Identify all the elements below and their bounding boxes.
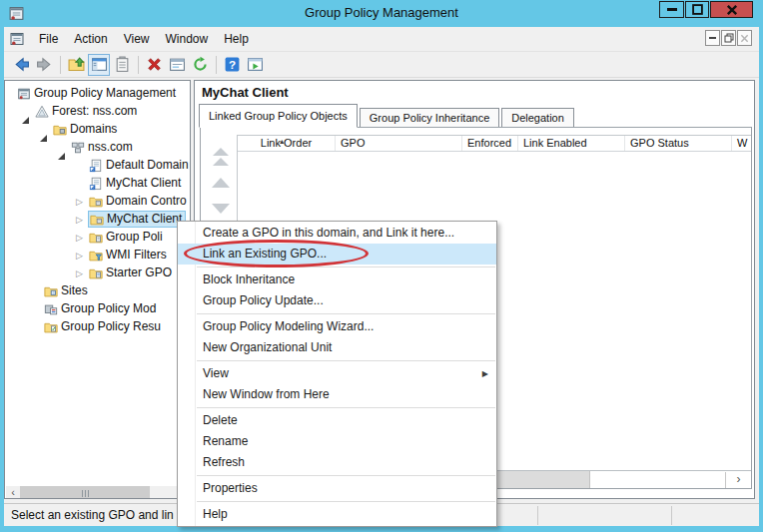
menu-item-help[interactable]: Help [178, 504, 496, 525]
collapsed-arrow-icon[interactable]: ▷ [76, 197, 86, 207]
column-header-gpo[interactable]: GPO [336, 136, 462, 151]
status-divider [537, 506, 538, 525]
up-one-level-icon[interactable] [65, 54, 87, 76]
tree-item-default-domain-policy[interactable]: Default Domain [5, 157, 190, 175]
move-link-to-top-button[interactable] [210, 148, 232, 166]
tree-item-domain-controllers[interactable]: ▷Domain Contro [5, 193, 190, 211]
double-up-icon [213, 148, 229, 156]
menu-item-rename[interactable]: Rename [178, 431, 496, 452]
move-link-up-button[interactable] [210, 178, 232, 188]
move-link-down-button[interactable] [210, 204, 232, 214]
toolbar-separator [138, 56, 139, 74]
menu-view[interactable]: View [116, 32, 158, 46]
tree-item-nss-com[interactable]: nss.com [5, 139, 190, 157]
tree-node[interactable]: Starter GPO [88, 265, 175, 281]
menu-item-refresh[interactable]: Refresh [178, 452, 496, 473]
menu-item-group-policy-update[interactable]: Group Policy Update... [178, 290, 496, 311]
tree-horizontal-scrollbar[interactable]: ‹ [6, 486, 191, 499]
tree-node[interactable]: Domain Contro [88, 193, 190, 210]
delete-icon[interactable] [143, 54, 165, 76]
menu-item-create-gpo[interactable]: Create a GPO in this domain, and Link it… [178, 223, 496, 244]
tree-node[interactable]: Sites [43, 282, 91, 299]
starter-icon [89, 266, 103, 280]
collapsed-arrow-icon[interactable]: ▷ [76, 251, 86, 261]
tab-delegation[interactable]: Delegation [501, 108, 574, 128]
scrollbar-thumb[interactable] [20, 486, 150, 499]
menu-item-view[interactable]: View▶ [178, 363, 496, 384]
child-close-button[interactable] [737, 30, 752, 46]
tab-linked-group-policy-objects[interactable]: Linked Group Policy Objects [199, 104, 358, 128]
maximize-icon [692, 4, 703, 15]
menu-action[interactable]: Action [66, 32, 115, 46]
help-icon[interactable]: ? [221, 54, 243, 76]
child-restore-button[interactable] [721, 30, 736, 46]
column-header-gpo-status[interactable]: GPO Status [625, 136, 732, 151]
tree-node[interactable]: Forest: nss.com [34, 103, 140, 120]
properties-icon[interactable] [166, 54, 188, 76]
close-button[interactable] [710, 1, 753, 18]
expanded-arrow-icon[interactable] [22, 107, 32, 117]
tree-node[interactable]: Group Policy Resu [43, 318, 164, 335]
column-header-enforced[interactable]: Enforced [462, 136, 518, 151]
tree-item-mychat-client-gpo[interactable]: MyChat Client [5, 175, 190, 193]
expanded-arrow-icon[interactable] [58, 143, 68, 153]
toolbar-separator [216, 56, 217, 74]
expanded-arrow-icon[interactable] [40, 125, 50, 135]
child-minimize-button[interactable] [705, 30, 720, 46]
forward-icon[interactable] [33, 54, 55, 76]
back-icon[interactable] [10, 54, 32, 76]
new-window-icon[interactable] [244, 54, 266, 76]
tree-item-gp-modeling[interactable]: Group Policy Mod [5, 300, 190, 318]
tab-group-policy-inheritance[interactable]: Group Policy Inheritance [360, 108, 499, 128]
column-header-w[interactable]: W [732, 136, 751, 151]
tree-item-domains[interactable]: Domains [5, 121, 190, 139]
tree-node[interactable]: MyChat Client [88, 175, 184, 192]
menu-item-new-organizational-unit[interactable]: New Organizational Unit [178, 337, 496, 358]
minimize-icon [667, 8, 677, 11]
status-divider [671, 506, 672, 525]
menu-window[interactable]: Window [158, 32, 217, 46]
menu-item-block-inheritance[interactable]: Block Inheritance [178, 269, 496, 290]
tree-item-starter-gpos[interactable]: ▷Starter GPO [5, 265, 190, 282]
svg-text:?: ? [228, 58, 235, 71]
context-menu: Create a GPO in this domain, and Link it… [177, 221, 497, 527]
tree-item-label: Group Policy Mod [61, 300, 156, 317]
menu-file[interactable]: File [31, 32, 66, 46]
close-icon [740, 34, 749, 43]
scroll-left-button[interactable]: ‹ [6, 486, 20, 499]
tree-node[interactable]: Group Policy Mod [43, 300, 159, 317]
scroll-right-button[interactable]: › [725, 472, 751, 488]
tree-item-wmi-filters[interactable]: ▷WMI Filters [5, 247, 190, 265]
collapsed-arrow-icon[interactable]: ▷ [76, 215, 86, 225]
menu-item-properties[interactable]: Properties [178, 478, 496, 499]
tree-node[interactable]: WMI Filters [88, 247, 170, 264]
export-list-icon[interactable] [111, 54, 133, 76]
modeling-icon [44, 302, 58, 316]
tree-item-mychat-client-ou[interactable]: ▷MyChat Client [5, 211, 190, 229]
maximize-button[interactable] [685, 1, 709, 18]
tree-node[interactable]: Group Policy Management [16, 85, 179, 102]
restore-icon [724, 33, 734, 43]
minimize-button[interactable] [659, 1, 684, 18]
tree-node[interactable]: MyChat Client [88, 211, 186, 228]
menu-item-modeling-wizard[interactable]: Group Policy Modeling Wizard... [178, 316, 496, 337]
tree-node[interactable]: Domains [52, 121, 120, 138]
menu-item-delete[interactable]: Delete [178, 410, 496, 431]
tree-node[interactable]: nss.com [70, 139, 136, 156]
collapsed-arrow-icon[interactable]: ▷ [76, 268, 86, 278]
menu-item-new-window[interactable]: New Window from Here [178, 384, 496, 405]
column-header-link-enabled[interactable]: Link Enabled [518, 136, 625, 151]
menu-help[interactable]: Help [216, 32, 257, 46]
refresh-icon[interactable] [189, 54, 211, 76]
tree-node[interactable]: Default Domain [88, 157, 191, 174]
collapsed-arrow-icon[interactable]: ▷ [76, 233, 86, 243]
show-console-tree-icon[interactable] [88, 54, 110, 76]
tree-node[interactable]: Group Poli [88, 229, 166, 246]
tree-item-gp-results[interactable]: Group Policy Resu [5, 318, 190, 336]
tree-item-group-policy-objects[interactable]: ▷Group Poli [5, 229, 190, 247]
tree-item-label: MyChat Client [106, 175, 181, 192]
tree-item-sites[interactable]: Sites [5, 282, 190, 300]
tree-item-forest[interactable]: Forest: nss.com [5, 103, 190, 121]
column-header-link-order[interactable]: Link Order▲ [238, 136, 336, 151]
tree-item-root[interactable]: Group Policy Management [5, 85, 190, 103]
